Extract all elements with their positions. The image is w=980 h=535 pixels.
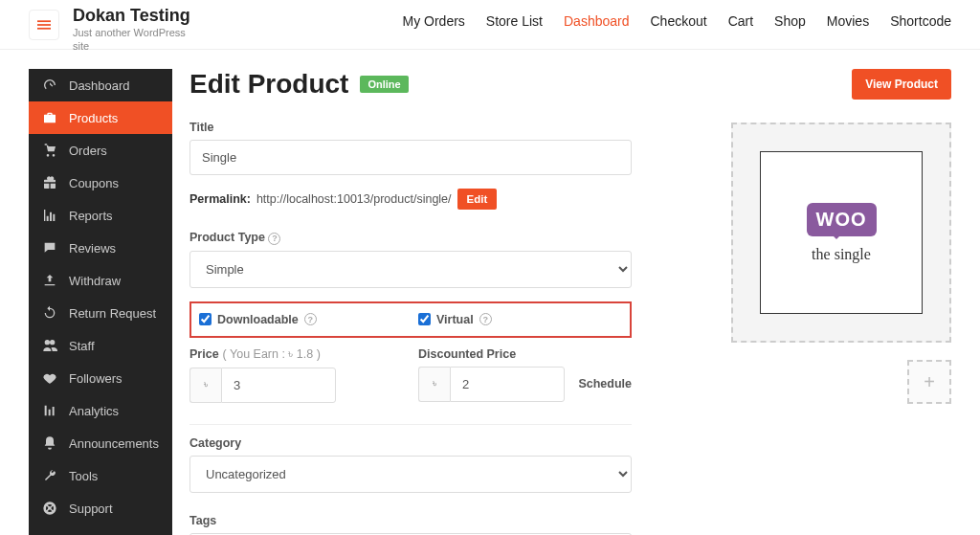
help-icon[interactable]: ? [479, 313, 492, 325]
woo-logo: WOO [807, 203, 877, 236]
sidebar-item-dashboard[interactable]: Dashboard [29, 69, 172, 101]
virtual-checkbox[interactable] [418, 313, 431, 325]
topbar: Dokan Testing Just another WordPress sit… [0, 0, 980, 50]
label-category: Category [189, 436, 632, 450]
label-price: Price ( You Earn : ৳ 1.8 ) [189, 347, 411, 362]
sidebar-item-staff[interactable]: Staff [29, 329, 172, 362]
help-icon[interactable]: ? [268, 233, 280, 245]
schedule-link[interactable]: Schedule [578, 377, 632, 390]
currency-symbol: ৳ [189, 368, 221, 403]
product-type-select[interactable]: Simple [189, 251, 632, 288]
site-title[interactable]: Dokan Testing [73, 6, 190, 26]
help-icon[interactable]: ? [304, 313, 317, 325]
sidebar-item-coupons[interactable]: Coupons [29, 167, 172, 199]
sidebar: DashboardProductsOrdersCouponsReportsRev… [29, 69, 172, 535]
page-heading-row: Edit Product Online [189, 69, 951, 100]
top-nav: My OrdersStore ListDashboardCheckoutCart… [403, 6, 951, 29]
edit-permalink-button[interactable]: Edit [457, 189, 498, 210]
sidebar-item-reports[interactable]: Reports [29, 199, 172, 232]
label-discount-price: Discounted Price [418, 347, 632, 361]
sidebar-item-followers[interactable]: Followers [29, 362, 172, 394]
nav-store-list[interactable]: Store List [486, 13, 543, 29]
category-select[interactable]: Uncategorized [189, 456, 632, 493]
sidebar-item-analytics[interactable]: Analytics [29, 394, 172, 427]
virtual-option[interactable]: Virtual ? [411, 313, 630, 326]
discount-price-input[interactable] [450, 367, 565, 402]
label-title: Title [189, 121, 632, 134]
hamburger-button[interactable] [29, 10, 59, 40]
price-input[interactable] [221, 368, 336, 403]
sidebar-item-support[interactable]: Support [29, 492, 172, 524]
add-gallery-image-button[interactable]: + [907, 360, 951, 404]
featured-image: WOO the single [760, 151, 923, 314]
woo-caption: the single [812, 246, 871, 263]
nav-movies[interactable]: Movies [827, 13, 869, 29]
nav-shop[interactable]: Shop [774, 13, 806, 29]
svg-rect-0 [37, 20, 51, 22]
nav-checkout[interactable]: Checkout [651, 13, 707, 29]
sidebar-item-announcements[interactable]: Announcements [29, 427, 172, 459]
sidebar-item-withdraw[interactable]: Withdraw [29, 264, 172, 297]
currency-symbol: ৳ [418, 367, 450, 402]
nav-shortcode[interactable]: Shortcode [890, 13, 951, 29]
downloadable-checkbox[interactable] [199, 313, 212, 325]
main-content: Edit Product Online View Product WOO the… [172, 69, 951, 535]
status-badge: Online [360, 76, 408, 93]
sidebar-item-return-request[interactable]: Return Request [29, 297, 172, 329]
downloadable-option[interactable]: Downloadable ? [191, 313, 411, 326]
svg-rect-1 [37, 24, 51, 26]
nav-my-orders[interactable]: My Orders [403, 13, 465, 29]
svg-rect-2 [37, 28, 51, 30]
view-product-button[interactable]: View Product [852, 69, 951, 100]
nav-dashboard[interactable]: Dashboard [564, 13, 630, 29]
featured-image-uploader[interactable]: WOO the single [731, 123, 951, 343]
sidebar-item-tools[interactable]: Tools [29, 459, 172, 492]
sidebar-item-products[interactable]: Products [29, 101, 172, 134]
label-product-type: Product Type ? [189, 231, 632, 245]
sidebar-item-orders[interactable]: Orders [29, 134, 172, 167]
downloadable-virtual-row: Downloadable ? Virtual ? [189, 301, 632, 338]
site-tagline: Just another WordPress site [73, 26, 188, 54]
page-title: Edit Product [189, 69, 348, 100]
permalink-row: Permalink: http://localhost:10013/produc… [189, 189, 632, 210]
label-tags: Tags [189, 514, 632, 527]
nav-cart[interactable]: Cart [728, 13, 753, 29]
sidebar-item-settings[interactable]: Settings [29, 524, 172, 535]
title-input[interactable] [189, 140, 632, 175]
permalink-url: http://localhost:10013/product/single/ [256, 192, 452, 206]
brand: Dokan Testing Just another WordPress sit… [73, 6, 190, 54]
sidebar-item-reviews[interactable]: Reviews [29, 232, 172, 264]
permalink-label: Permalink: [189, 192, 251, 206]
